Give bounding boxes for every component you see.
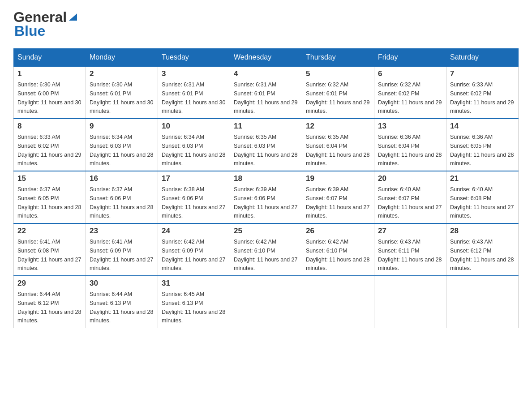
day-info: Sunrise: 6:44 AMSunset: 6:13 PMDaylight:…	[90, 291, 153, 324]
table-row: 29 Sunrise: 6:44 AMSunset: 6:12 PMDaylig…	[14, 276, 86, 328]
table-row: 24 Sunrise: 6:42 AMSunset: 6:09 PMDaylig…	[158, 223, 230, 276]
day-number: 26	[306, 227, 370, 235]
table-row: 17 Sunrise: 6:38 AMSunset: 6:06 PMDaylig…	[158, 171, 230, 223]
calendar-week-row: 8 Sunrise: 6:33 AMSunset: 6:02 PMDayligh…	[14, 119, 519, 171]
table-row: 27 Sunrise: 6:43 AMSunset: 6:11 PMDaylig…	[374, 223, 446, 276]
day-number: 24	[162, 227, 226, 235]
day-number: 12	[306, 122, 370, 131]
day-number: 11	[234, 122, 298, 131]
table-row: 7 Sunrise: 6:33 AMSunset: 6:02 PMDayligh…	[446, 66, 519, 119]
day-number: 14	[450, 122, 515, 131]
table-row: 22 Sunrise: 6:41 AMSunset: 6:08 PMDaylig…	[14, 223, 86, 276]
day-info: Sunrise: 6:35 AMSunset: 6:03 PMDaylight:…	[234, 134, 297, 167]
table-row: 10 Sunrise: 6:34 AMSunset: 6:03 PMDaylig…	[158, 119, 230, 171]
table-row: 5 Sunrise: 6:32 AMSunset: 6:01 PMDayligh…	[302, 66, 374, 119]
day-number: 7	[450, 69, 515, 78]
table-row: 15 Sunrise: 6:37 AMSunset: 6:05 PMDaylig…	[14, 171, 86, 223]
day-number: 5	[306, 69, 370, 78]
col-thursday: Thursday	[302, 49, 374, 67]
day-number: 21	[450, 174, 515, 183]
calendar-week-row: 29 Sunrise: 6:44 AMSunset: 6:12 PMDaylig…	[14, 276, 519, 328]
day-number: 1	[17, 69, 82, 78]
table-row: 21 Sunrise: 6:40 AMSunset: 6:08 PMDaylig…	[446, 171, 519, 223]
day-info: Sunrise: 6:39 AMSunset: 6:06 PMDaylight:…	[234, 186, 297, 219]
day-number: 8	[17, 122, 82, 131]
day-info: Sunrise: 6:32 AMSunset: 6:02 PMDaylight:…	[378, 81, 442, 114]
day-number: 29	[17, 279, 82, 288]
table-row: 12 Sunrise: 6:35 AMSunset: 6:04 PMDaylig…	[302, 119, 374, 171]
table-row: 31 Sunrise: 6:45 AMSunset: 6:13 PMDaylig…	[158, 276, 230, 328]
logo-triangle-icon	[68, 12, 78, 23]
table-row: 3 Sunrise: 6:31 AMSunset: 6:01 PMDayligh…	[158, 66, 230, 119]
table-row: 11 Sunrise: 6:35 AMSunset: 6:03 PMDaylig…	[230, 119, 302, 171]
day-number: 4	[234, 69, 298, 78]
day-info: Sunrise: 6:34 AMSunset: 6:03 PMDaylight:…	[162, 134, 225, 167]
day-info: Sunrise: 6:40 AMSunset: 6:08 PMDaylight:…	[450, 186, 514, 219]
logo-blue-text: Blue	[14, 23, 45, 39]
day-number: 27	[378, 227, 442, 235]
day-info: Sunrise: 6:36 AMSunset: 6:05 PMDaylight:…	[450, 134, 514, 167]
day-info: Sunrise: 6:31 AMSunset: 6:01 PMDaylight:…	[162, 81, 225, 114]
day-info: Sunrise: 6:33 AMSunset: 6:02 PMDaylight:…	[450, 81, 514, 114]
col-saturday: Saturday	[446, 49, 519, 67]
day-info: Sunrise: 6:43 AMSunset: 6:12 PMDaylight:…	[450, 239, 514, 271]
col-sunday: Sunday	[14, 49, 86, 67]
day-info: Sunrise: 6:30 AMSunset: 6:00 PMDaylight:…	[17, 81, 81, 114]
calendar-week-row: 22 Sunrise: 6:41 AMSunset: 6:08 PMDaylig…	[14, 223, 519, 276]
col-monday: Monday	[86, 49, 158, 67]
day-number: 22	[17, 227, 82, 235]
day-number: 31	[162, 279, 226, 288]
day-info: Sunrise: 6:41 AMSunset: 6:09 PMDaylight:…	[90, 239, 153, 271]
calendar-week-row: 1 Sunrise: 6:30 AMSunset: 6:00 PMDayligh…	[14, 66, 519, 119]
day-number: 15	[17, 174, 82, 183]
day-info: Sunrise: 6:42 AMSunset: 6:09 PMDaylight:…	[162, 239, 225, 271]
day-info: Sunrise: 6:35 AMSunset: 6:04 PMDaylight:…	[306, 134, 369, 167]
day-number: 30	[90, 279, 154, 288]
col-friday: Friday	[374, 49, 446, 67]
day-number: 20	[378, 174, 442, 183]
calendar-table: Sunday Monday Tuesday Wednesday Thursday…	[13, 48, 519, 328]
table-row: 1 Sunrise: 6:30 AMSunset: 6:00 PMDayligh…	[14, 66, 86, 119]
day-number: 6	[378, 69, 442, 78]
table-row: 9 Sunrise: 6:34 AMSunset: 6:03 PMDayligh…	[86, 119, 158, 171]
table-row	[374, 276, 446, 328]
table-row	[302, 276, 374, 328]
day-number: 28	[450, 227, 515, 235]
table-row: 19 Sunrise: 6:39 AMSunset: 6:07 PMDaylig…	[302, 171, 374, 223]
day-info: Sunrise: 6:45 AMSunset: 6:13 PMDaylight:…	[162, 291, 225, 324]
day-number: 3	[162, 69, 226, 78]
day-number: 23	[90, 227, 154, 235]
table-row: 18 Sunrise: 6:39 AMSunset: 6:06 PMDaylig…	[230, 171, 302, 223]
day-info: Sunrise: 6:33 AMSunset: 6:02 PMDaylight:…	[17, 134, 81, 167]
table-row	[230, 276, 302, 328]
page-header: General Blue	[13, 9, 519, 39]
day-info: Sunrise: 6:36 AMSunset: 6:04 PMDaylight:…	[378, 134, 442, 167]
day-info: Sunrise: 6:37 AMSunset: 6:05 PMDaylight:…	[17, 186, 81, 219]
table-row: 8 Sunrise: 6:33 AMSunset: 6:02 PMDayligh…	[14, 119, 86, 171]
day-info: Sunrise: 6:34 AMSunset: 6:03 PMDaylight:…	[90, 134, 153, 167]
calendar-header-row: Sunday Monday Tuesday Wednesday Thursday…	[14, 49, 519, 67]
day-number: 10	[162, 122, 226, 131]
day-number: 16	[90, 174, 154, 183]
table-row	[446, 276, 519, 328]
table-row: 20 Sunrise: 6:40 AMSunset: 6:07 PMDaylig…	[374, 171, 446, 223]
day-number: 17	[162, 174, 226, 183]
day-number: 9	[90, 122, 154, 131]
col-tuesday: Tuesday	[158, 49, 230, 67]
day-info: Sunrise: 6:30 AMSunset: 6:01 PMDaylight:…	[90, 81, 153, 114]
col-wednesday: Wednesday	[230, 49, 302, 67]
day-info: Sunrise: 6:38 AMSunset: 6:06 PMDaylight:…	[162, 186, 225, 219]
table-row: 14 Sunrise: 6:36 AMSunset: 6:05 PMDaylig…	[446, 119, 519, 171]
day-info: Sunrise: 6:31 AMSunset: 6:01 PMDaylight:…	[234, 81, 297, 114]
day-number: 2	[90, 69, 154, 78]
day-info: Sunrise: 6:43 AMSunset: 6:11 PMDaylight:…	[378, 239, 442, 271]
day-info: Sunrise: 6:39 AMSunset: 6:07 PMDaylight:…	[306, 186, 369, 219]
day-info: Sunrise: 6:41 AMSunset: 6:08 PMDaylight:…	[17, 239, 81, 271]
day-info: Sunrise: 6:42 AMSunset: 6:10 PMDaylight:…	[306, 239, 369, 271]
day-number: 18	[234, 174, 298, 183]
table-row: 4 Sunrise: 6:31 AMSunset: 6:01 PMDayligh…	[230, 66, 302, 119]
table-row: 16 Sunrise: 6:37 AMSunset: 6:06 PMDaylig…	[86, 171, 158, 223]
calendar-week-row: 15 Sunrise: 6:37 AMSunset: 6:05 PMDaylig…	[14, 171, 519, 223]
day-info: Sunrise: 6:32 AMSunset: 6:01 PMDaylight:…	[306, 81, 369, 114]
svg-marker-0	[69, 13, 77, 21]
